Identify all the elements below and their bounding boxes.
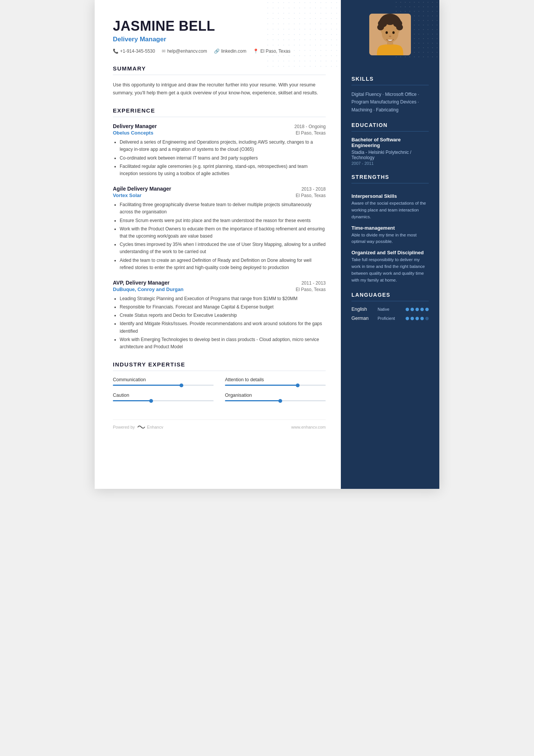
list-item: Responsible for Financials. Forecast and… <box>120 304 326 311</box>
strength-0-title: Interpersonal Skills <box>351 193 429 199</box>
strength-1-title: Time-management <box>351 225 429 231</box>
education-divider <box>351 131 429 131</box>
job-2-bullets: Facilitating three geographically divers… <box>113 201 326 271</box>
job-2-header: Agile Delivery Manager 2013 - 2018 <box>113 186 326 192</box>
skills-section-title: SKILLS <box>351 76 429 82</box>
svg-point-11 <box>389 36 391 37</box>
svg-point-9 <box>386 31 388 34</box>
strength-1-text: Able to divide my time in the most optim… <box>351 232 429 246</box>
avatar-illustration <box>369 14 411 55</box>
list-item: Leading Strategic Planning and Execution… <box>120 295 326 302</box>
expertise-dot-0 <box>180 383 183 387</box>
expertise-item-0: Communication <box>113 377 214 386</box>
job-3-header: AVP, Delivery Manager 2011 - 2013 <box>113 280 326 286</box>
expertise-section-title: INDUSTRY EXPERTISE <box>113 361 326 368</box>
list-item: Create Status reports and Decks for Exec… <box>120 312 326 319</box>
list-item: Ensure Scrum events were put into place … <box>120 217 326 224</box>
resume-page: JASMINE BELL Delivery Manager 📞 +1-914-3… <box>95 0 439 489</box>
dot <box>415 308 419 311</box>
expertise-bar-2 <box>113 400 214 401</box>
powered-by-label: Powered by <box>113 425 135 429</box>
expertise-fill-3 <box>225 400 280 401</box>
language-0: English Native <box>351 307 429 312</box>
location-icon: 📍 <box>253 49 259 54</box>
contact-phone: 📞 +1-914-345-5530 <box>113 49 155 54</box>
dot <box>425 308 429 311</box>
dot <box>406 317 409 320</box>
svg-point-7 <box>377 24 384 30</box>
expertise-bar-1 <box>225 385 326 386</box>
job-1: Delivery Manager 2018 - Ongoing Obelus C… <box>113 123 326 177</box>
job-3-dates: 2011 - 2013 <box>301 280 326 286</box>
skills-text: Digital Fluency · Microsoft Office · Pro… <box>351 91 429 114</box>
job-2: Agile Delivery Manager 2013 - 2018 Vorte… <box>113 186 326 271</box>
job-1-company: Obelus Concepts <box>113 130 153 136</box>
dot <box>406 308 409 311</box>
language-1: German Proficient <box>351 316 429 321</box>
job-3-bullets: Leading Strategic Planning and Execution… <box>113 295 326 351</box>
job-3-location: El Paso, Texas <box>296 287 326 292</box>
lang-1-dots <box>406 317 429 320</box>
expertise-label-1: Attention to details <box>225 377 326 382</box>
right-panel: SKILLS Digital Fluency · Microsoft Offic… <box>341 0 439 489</box>
list-item: Cycles times improved by 35% when I intr… <box>120 241 326 255</box>
avatar <box>369 14 411 55</box>
job-1-role: Delivery Manager <box>113 123 157 129</box>
email-icon: ✉ <box>162 49 166 54</box>
education-years: 2007 - 2011 <box>351 161 429 166</box>
job-2-sub: Vortex Solar El Paso, Texas <box>113 193 326 198</box>
list-item: Identify and Mitigate Risks/Issues. Prov… <box>120 320 326 335</box>
expertise-dot-2 <box>149 399 153 403</box>
strength-0-text: Aware of the social expectations of the … <box>351 200 429 220</box>
job-2-location: El Paso, Texas <box>296 193 326 198</box>
expertise-label-3: Organisation <box>225 393 326 398</box>
expertise-bar-0 <box>113 385 214 386</box>
strength-2-title: Organized and Self Disciplined <box>351 250 429 255</box>
strength-2-text: Take full responsibility to deliver my w… <box>351 257 429 283</box>
lang-0-level: Native <box>378 307 402 311</box>
job-1-sub: Obelus Concepts El Paso, Texas <box>113 130 326 136</box>
dot <box>411 308 414 311</box>
list-item: Aided the team to create an agreed Defin… <box>120 257 326 271</box>
list-item: Work with Emerging Technologies to devel… <box>120 336 326 351</box>
expertise-item-3: Organisation <box>225 393 326 401</box>
education-degree: Bachelor of Software Engineering <box>351 137 429 148</box>
expertise-dot-1 <box>296 383 300 387</box>
strengths-divider <box>351 183 429 183</box>
dot <box>425 317 429 320</box>
summary-divider <box>113 75 326 75</box>
dot <box>420 317 424 320</box>
job-2-role: Agile Delivery Manager <box>113 186 171 192</box>
list-item: Delivered a series of Engineering and Op… <box>120 139 326 153</box>
job-1-header: Delivery Manager 2018 - Ongoing <box>113 123 326 129</box>
expertise-grid: Communication Attention to details Cauti… <box>113 377 326 401</box>
footer: Powered by Enhancv www.enhancv.com <box>113 419 326 430</box>
languages-section-title: LANGUAGES <box>351 292 429 298</box>
dot <box>420 308 424 311</box>
list-item: Facilitated regular agile ceremonies (e.… <box>120 163 326 177</box>
expertise-item-1: Attention to details <box>225 377 326 386</box>
list-item: Facilitating three geographically divers… <box>120 201 326 216</box>
job-1-dates: 2018 - Ongoing <box>294 124 326 129</box>
expertise-fill-2 <box>113 400 151 401</box>
footer-website: www.enhancv.com <box>291 425 326 429</box>
candidate-name: JASMINE BELL <box>113 18 326 34</box>
powered-by: Powered by Enhancv <box>113 424 163 430</box>
job-3: AVP, Delivery Manager 2011 - 2013 DuBuqu… <box>113 280 326 351</box>
expertise-divider <box>113 371 326 371</box>
contact-row: 📞 +1-914-345-5530 ✉ help@enhancv.com 🔗 l… <box>113 49 326 54</box>
contact-linkedin: 🔗 linkedin.com <box>214 49 247 54</box>
strengths-section-title: STRENGTHS <box>351 174 429 180</box>
expertise-fill-1 <box>225 385 298 386</box>
job-3-sub: DuBuque, Conroy and Durgan El Paso, Texa… <box>113 286 326 292</box>
education-school: Stadia - Helsinki Polytechnic / Technolo… <box>351 150 429 160</box>
enhancv-brand: Enhancv <box>147 425 163 429</box>
education-section-title: EDUCATION <box>351 122 429 128</box>
expertise-label-2: Caution <box>113 393 214 398</box>
svg-point-8 <box>396 24 403 30</box>
job-3-company: DuBuque, Conroy and Durgan <box>113 286 183 292</box>
expertise-fill-0 <box>113 385 181 386</box>
expertise-item-2: Caution <box>113 393 214 401</box>
summary-section-title: SUMMARY <box>113 65 326 72</box>
dot <box>415 317 419 320</box>
